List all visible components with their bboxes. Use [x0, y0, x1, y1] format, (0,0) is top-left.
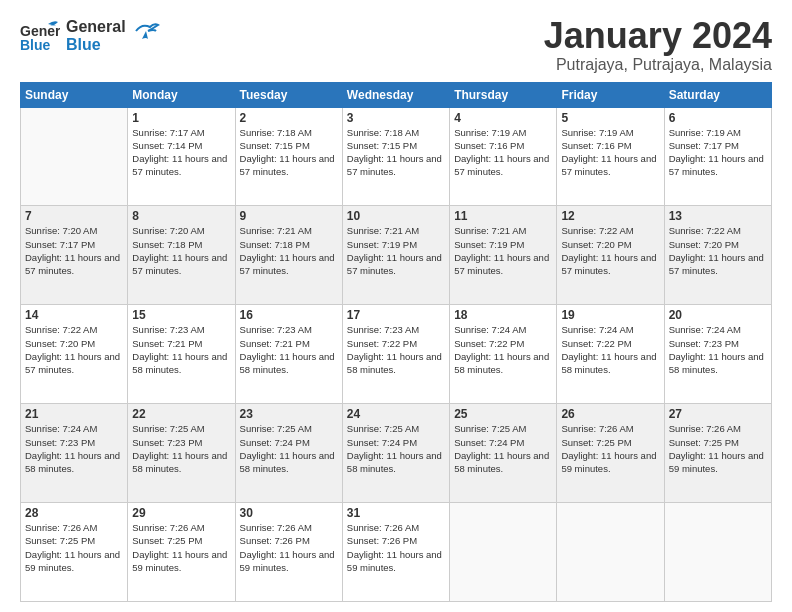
- day-info: Sunrise: 7:18 AMSunset: 7:15 PMDaylight:…: [240, 126, 338, 179]
- daylight-text-1: Daylight: 11 hours and: [25, 251, 123, 264]
- daylight-text-2: 58 minutes.: [669, 363, 767, 376]
- table-row: 18Sunrise: 7:24 AMSunset: 7:22 PMDayligh…: [450, 305, 557, 404]
- daylight-text-1: Daylight: 11 hours and: [454, 251, 552, 264]
- daylight-text-1: Daylight: 11 hours and: [347, 548, 445, 561]
- sunset-text: Sunset: 7:18 PM: [240, 238, 338, 251]
- table-row: 27Sunrise: 7:26 AMSunset: 7:25 PMDayligh…: [664, 404, 771, 503]
- month-title: January 2024: [544, 16, 772, 56]
- day-info: Sunrise: 7:26 AMSunset: 7:25 PMDaylight:…: [561, 422, 659, 475]
- daylight-text-2: 57 minutes.: [240, 165, 338, 178]
- day-number: 19: [561, 308, 659, 322]
- daylight-text-2: 57 minutes.: [669, 165, 767, 178]
- sunrise-text: Sunrise: 7:22 AM: [669, 224, 767, 237]
- sunset-text: Sunset: 7:17 PM: [25, 238, 123, 251]
- day-number: 10: [347, 209, 445, 223]
- sunset-text: Sunset: 7:24 PM: [347, 436, 445, 449]
- sunrise-text: Sunrise: 7:22 AM: [561, 224, 659, 237]
- logo-bird-icon: [132, 17, 160, 45]
- sunrise-text: Sunrise: 7:18 AM: [347, 126, 445, 139]
- daylight-text-1: Daylight: 11 hours and: [25, 350, 123, 363]
- sunrise-text: Sunrise: 7:24 AM: [561, 323, 659, 336]
- table-row: 29Sunrise: 7:26 AMSunset: 7:25 PMDayligh…: [128, 503, 235, 602]
- day-number: 28: [25, 506, 123, 520]
- header: General Blue General Blue January 2024: [20, 16, 772, 74]
- daylight-text-1: Daylight: 11 hours and: [561, 251, 659, 264]
- daylight-text-1: Daylight: 11 hours and: [132, 548, 230, 561]
- daylight-text-1: Daylight: 11 hours and: [669, 152, 767, 165]
- sunrise-text: Sunrise: 7:26 AM: [347, 521, 445, 534]
- table-row: 20Sunrise: 7:24 AMSunset: 7:23 PMDayligh…: [664, 305, 771, 404]
- day-info: Sunrise: 7:19 AMSunset: 7:16 PMDaylight:…: [561, 126, 659, 179]
- sunset-text: Sunset: 7:19 PM: [347, 238, 445, 251]
- sunset-text: Sunset: 7:21 PM: [132, 337, 230, 350]
- day-number: 23: [240, 407, 338, 421]
- table-row: [664, 503, 771, 602]
- daylight-text-1: Daylight: 11 hours and: [561, 350, 659, 363]
- day-info: Sunrise: 7:23 AMSunset: 7:21 PMDaylight:…: [132, 323, 230, 376]
- daylight-text-1: Daylight: 11 hours and: [454, 449, 552, 462]
- day-info: Sunrise: 7:25 AMSunset: 7:24 PMDaylight:…: [454, 422, 552, 475]
- sunrise-text: Sunrise: 7:18 AM: [240, 126, 338, 139]
- daylight-text-1: Daylight: 11 hours and: [347, 152, 445, 165]
- table-row: 17Sunrise: 7:23 AMSunset: 7:22 PMDayligh…: [342, 305, 449, 404]
- table-row: 25Sunrise: 7:25 AMSunset: 7:24 PMDayligh…: [450, 404, 557, 503]
- daylight-text-2: 58 minutes.: [454, 462, 552, 475]
- day-number: 9: [240, 209, 338, 223]
- sunrise-text: Sunrise: 7:22 AM: [25, 323, 123, 336]
- daylight-text-2: 57 minutes.: [240, 264, 338, 277]
- sunrise-text: Sunrise: 7:24 AM: [669, 323, 767, 336]
- sunset-text: Sunset: 7:23 PM: [25, 436, 123, 449]
- calendar-week-row: 1Sunrise: 7:17 AMSunset: 7:14 PMDaylight…: [21, 107, 772, 206]
- calendar-week-row: 7Sunrise: 7:20 AMSunset: 7:17 PMDaylight…: [21, 206, 772, 305]
- table-row: 5Sunrise: 7:19 AMSunset: 7:16 PMDaylight…: [557, 107, 664, 206]
- sunset-text: Sunset: 7:24 PM: [454, 436, 552, 449]
- daylight-text-1: Daylight: 11 hours and: [132, 350, 230, 363]
- daylight-text-1: Daylight: 11 hours and: [669, 449, 767, 462]
- sunset-text: Sunset: 7:14 PM: [132, 139, 230, 152]
- logo-general: General: [66, 18, 126, 36]
- daylight-text-2: 57 minutes.: [347, 264, 445, 277]
- table-row: 30Sunrise: 7:26 AMSunset: 7:26 PMDayligh…: [235, 503, 342, 602]
- sunrise-text: Sunrise: 7:25 AM: [240, 422, 338, 435]
- sunrise-text: Sunrise: 7:23 AM: [132, 323, 230, 336]
- logo-blue: Blue: [66, 36, 126, 54]
- table-row: 6Sunrise: 7:19 AMSunset: 7:17 PMDaylight…: [664, 107, 771, 206]
- day-info: Sunrise: 7:19 AMSunset: 7:17 PMDaylight:…: [669, 126, 767, 179]
- day-number: 22: [132, 407, 230, 421]
- daylight-text-1: Daylight: 11 hours and: [132, 449, 230, 462]
- daylight-text-2: 57 minutes.: [347, 165, 445, 178]
- daylight-text-2: 59 minutes.: [561, 462, 659, 475]
- sunrise-text: Sunrise: 7:20 AM: [132, 224, 230, 237]
- day-info: Sunrise: 7:21 AMSunset: 7:19 PMDaylight:…: [454, 224, 552, 277]
- day-number: 31: [347, 506, 445, 520]
- table-row: 3Sunrise: 7:18 AMSunset: 7:15 PMDaylight…: [342, 107, 449, 206]
- daylight-text-2: 57 minutes.: [454, 165, 552, 178]
- day-info: Sunrise: 7:24 AMSunset: 7:23 PMDaylight:…: [25, 422, 123, 475]
- daylight-text-1: Daylight: 11 hours and: [454, 152, 552, 165]
- sunset-text: Sunset: 7:25 PM: [669, 436, 767, 449]
- sunrise-text: Sunrise: 7:23 AM: [347, 323, 445, 336]
- sunrise-text: Sunrise: 7:21 AM: [454, 224, 552, 237]
- daylight-text-1: Daylight: 11 hours and: [25, 449, 123, 462]
- day-number: 2: [240, 111, 338, 125]
- col-wednesday: Wednesday: [342, 82, 449, 107]
- day-info: Sunrise: 7:25 AMSunset: 7:23 PMDaylight:…: [132, 422, 230, 475]
- daylight-text-2: 57 minutes.: [669, 264, 767, 277]
- daylight-text-1: Daylight: 11 hours and: [240, 152, 338, 165]
- sunrise-text: Sunrise: 7:17 AM: [132, 126, 230, 139]
- table-row: 1Sunrise: 7:17 AMSunset: 7:14 PMDaylight…: [128, 107, 235, 206]
- sunset-text: Sunset: 7:20 PM: [561, 238, 659, 251]
- table-row: 13Sunrise: 7:22 AMSunset: 7:20 PMDayligh…: [664, 206, 771, 305]
- daylight-text-2: 57 minutes.: [561, 165, 659, 178]
- day-number: 11: [454, 209, 552, 223]
- sunset-text: Sunset: 7:26 PM: [240, 534, 338, 547]
- day-number: 17: [347, 308, 445, 322]
- daylight-text-2: 58 minutes.: [132, 363, 230, 376]
- daylight-text-1: Daylight: 11 hours and: [240, 350, 338, 363]
- calendar-table: Sunday Monday Tuesday Wednesday Thursday…: [20, 82, 772, 602]
- day-info: Sunrise: 7:17 AMSunset: 7:14 PMDaylight:…: [132, 126, 230, 179]
- day-info: Sunrise: 7:19 AMSunset: 7:16 PMDaylight:…: [454, 126, 552, 179]
- sunset-text: Sunset: 7:22 PM: [454, 337, 552, 350]
- daylight-text-1: Daylight: 11 hours and: [132, 152, 230, 165]
- daylight-text-2: 57 minutes.: [25, 363, 123, 376]
